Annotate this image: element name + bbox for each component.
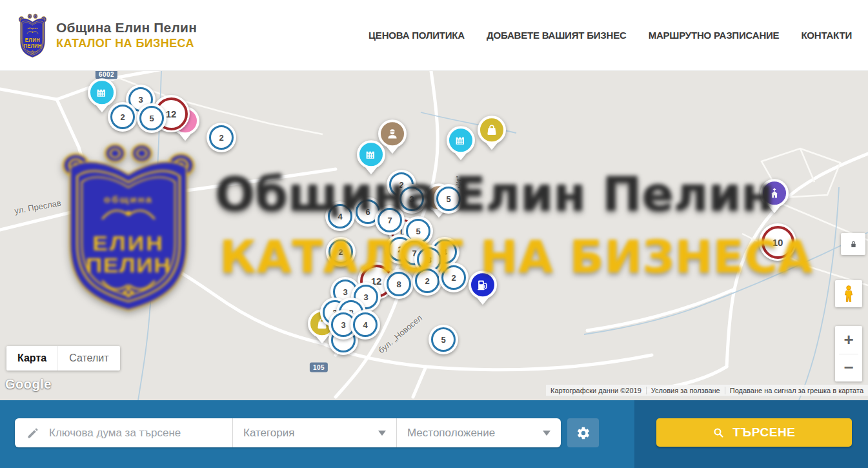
cluster-count: 4 (338, 212, 342, 221)
nav-item-contacts[interactable]: КОНТАКТИ (801, 30, 852, 41)
map-cluster-marker[interactable]: 5 (137, 103, 167, 133)
cluster-count: 5 (416, 227, 420, 236)
pin-tail (365, 167, 377, 174)
map-pin-church[interactable] (760, 179, 789, 213)
cluster-count: 5 (149, 114, 154, 123)
map-attribution: Картографски данни ©2019 Условия за полз… (546, 385, 868, 396)
cluster-count: 3 (409, 194, 414, 204)
search-fields: Категория Местоположение (15, 418, 561, 447)
page: община ЕЛИН ПЕЛИН Община Елин Пелин КАТА… (0, 0, 868, 468)
pin-tail (96, 105, 108, 112)
pencil-icon (26, 427, 39, 440)
zoom-in-button[interactable]: + (835, 326, 862, 354)
pin-tail (387, 147, 398, 154)
map-cluster-marker[interactable]: 2 (207, 123, 236, 152)
cluster-count: 5 (446, 194, 450, 204)
map-cluster-marker[interactable]: 2 (326, 237, 356, 267)
location-select-value: Местоположение (407, 427, 495, 440)
pin-tail (477, 298, 489, 305)
svg-text:ПЕЛИН: ПЕЛИН (23, 43, 41, 48)
cluster-count: 2 (219, 133, 223, 143)
map-markers-layer: 3122522356413752748212822333834510 (0, 71, 868, 400)
cluster-count: 2 (451, 273, 456, 283)
cluster-count: 10 (772, 237, 783, 248)
pegman-icon (840, 284, 857, 303)
map-pin-building[interactable] (447, 126, 475, 160)
attribution-copyright: Картографски данни ©2019 (546, 387, 646, 394)
fuel-icon (476, 278, 490, 292)
search-button[interactable]: ТЪРСЕНЕ (656, 418, 852, 447)
gear-icon (576, 426, 590, 440)
map-type-map-button[interactable]: Карта (6, 346, 57, 371)
zoom-out-button[interactable]: − (835, 354, 862, 382)
keyword-search-input[interactable] (48, 426, 232, 440)
cluster-count: 8 (427, 255, 431, 265)
map-cluster-marker[interactable]: 4 (350, 310, 380, 340)
attribution-terms-link[interactable]: Условия за ползване (646, 387, 725, 394)
map-pin-bag[interactable] (478, 116, 506, 150)
map-pin-building[interactable] (88, 78, 116, 112)
zoom-control: + − (835, 326, 862, 382)
keyword-field (15, 418, 232, 447)
cluster-count: 6 (365, 207, 370, 217)
building-icon (95, 85, 109, 99)
category-select-value: Категория (243, 427, 294, 440)
cluster-count: 2 (120, 112, 125, 122)
search-panel: Категория Местоположение ТЪРСЕНЕ (0, 400, 868, 468)
svg-text:община: община (27, 27, 38, 30)
map-cluster-marker[interactable]: 7 (375, 205, 405, 235)
site-title: Община Елин Пелин (56, 20, 197, 36)
map-cluster-marker[interactable]: 4 (325, 201, 355, 231)
search-icon (712, 427, 725, 439)
lock-icon (848, 239, 859, 250)
main-nav: ЦЕНОВА ПОЛИТИКА ДОБАВЕТЕ ВАШИЯТ БИЗНЕС М… (368, 30, 852, 41)
search-button-label: ТЪРСЕНЕ (732, 425, 795, 440)
map-pin-building[interactable] (357, 140, 385, 174)
cluster-count: 3 (341, 320, 345, 330)
pin-tail (179, 134, 191, 141)
location-select[interactable]: Местоположение (396, 418, 561, 447)
category-select[interactable]: Категория (232, 418, 396, 447)
cluster-count: 3 (138, 95, 143, 105)
fullscreen-lock-button[interactable] (841, 233, 865, 255)
cluster-count: 4 (363, 320, 367, 330)
map-canvas[interactable]: 3122522356413752748212822333834510 60021… (0, 71, 868, 400)
worker-icon (385, 127, 399, 141)
map-cluster-marker[interactable]: 3 (397, 184, 427, 214)
attribution-report-error-link[interactable]: Подаване на сигнал за грешка в картата (725, 387, 868, 394)
building-icon (454, 133, 468, 147)
pin-tail (486, 143, 498, 150)
pin-tail (769, 206, 780, 213)
nav-item-add-business[interactable]: ДОБАВЕТЕ ВАШИЯТ БИЗНЕС (487, 30, 627, 41)
header: община ЕЛИН ПЕЛИН Община Елин Пелин КАТА… (0, 0, 868, 71)
cluster-count: 5 (441, 335, 445, 345)
nav-item-pricing[interactable]: ЦЕНОВА ПОЛИТИКА (368, 30, 465, 41)
street-view-pegman-button[interactable] (835, 280, 862, 307)
cluster-count: 7 (387, 216, 392, 225)
advanced-settings-button[interactable] (567, 418, 599, 447)
site-logo-link[interactable]: община ЕЛИН ПЕЛИН Община Елин Пелин КАТА… (17, 12, 197, 59)
building-icon (364, 147, 378, 161)
map-cluster-marker[interactable]: 10 (759, 223, 796, 261)
svg-text:ЕЛИН: ЕЛИН (25, 37, 41, 43)
map-pin-fuel[interactable] (469, 270, 497, 305)
pin-tail (316, 336, 328, 343)
map-type-satellite-button[interactable]: Сателит (57, 346, 119, 371)
map-cluster-marker[interactable]: 2 (439, 263, 469, 292)
pin-tail (455, 153, 467, 160)
cluster-count: 2 (425, 276, 429, 286)
cluster-count: 3 (343, 287, 347, 297)
map-cluster-marker[interactable]: 8 (384, 269, 414, 299)
nav-item-route-schedule[interactable]: МАРШРУТНО РАЗПИСАНИЕ (649, 30, 780, 41)
map-cluster-marker[interactable]: 2 (412, 266, 442, 296)
cluster-count: 3 (363, 292, 368, 302)
cluster-count: 8 (396, 280, 401, 289)
cluster-count: 12 (166, 108, 177, 119)
chevron-down-icon (378, 431, 386, 440)
google-logo[interactable]: Google (5, 377, 52, 392)
bag-icon (485, 123, 499, 137)
map-cluster-marker[interactable]: 5 (429, 325, 458, 354)
map-type-control: Карта Сателит (6, 346, 120, 371)
church-icon (767, 186, 782, 200)
map-cluster-marker[interactable]: 5 (434, 184, 463, 214)
